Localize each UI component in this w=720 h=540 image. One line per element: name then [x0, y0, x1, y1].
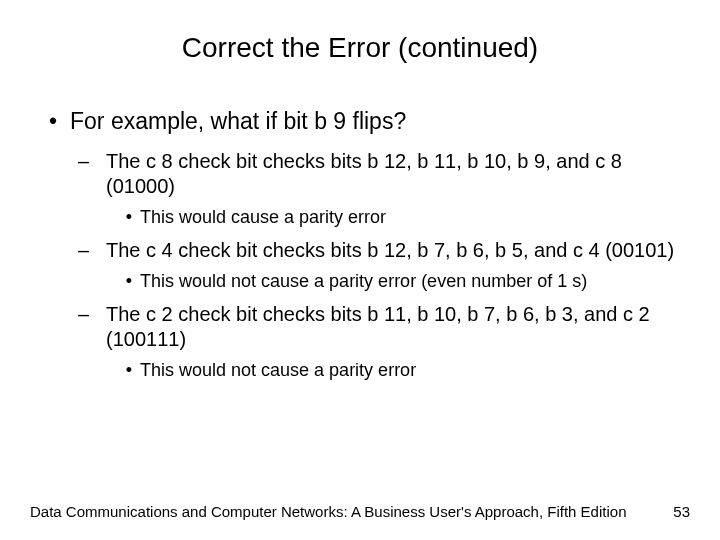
slide-title: Correct the Error (continued) [30, 32, 690, 64]
bullet-level1: • For example, what if bit b 9 flips? [36, 108, 690, 135]
bullet-dash-icon: – [78, 149, 106, 199]
bullet-level2: – The c 2 check bit checks bits b 11, b … [78, 302, 690, 352]
bullet-dash-icon: – [78, 238, 106, 263]
bullet-dot-icon: • [118, 271, 140, 292]
bullet-level2: – The c 8 check bit checks bits b 12, b … [78, 149, 690, 199]
bullet-text: The c 4 check bit checks bits b 12, b 7,… [106, 238, 674, 263]
bullet-level3: • This would not cause a parity error [118, 360, 690, 381]
bullet-text: The c 2 check bit checks bits b 11, b 10… [106, 302, 690, 352]
footer: Data Communications and Computer Network… [30, 503, 690, 520]
bullet-dot-icon: • [36, 108, 70, 135]
bullet-dot-icon: • [118, 360, 140, 381]
page-number: 53 [673, 503, 690, 520]
bullet-text: This would cause a parity error [140, 207, 386, 228]
bullet-text: For example, what if bit b 9 flips? [70, 108, 406, 135]
bullet-level3: • This would cause a parity error [118, 207, 690, 228]
bullet-text: This would not cause a parity error [140, 360, 416, 381]
bullet-dash-icon: – [78, 302, 106, 352]
bullet-level3: • This would not cause a parity error (e… [118, 271, 690, 292]
bullet-dot-icon: • [118, 207, 140, 228]
bullet-text: The c 8 check bit checks bits b 12, b 11… [106, 149, 690, 199]
bullet-level2: – The c 4 check bit checks bits b 12, b … [78, 238, 690, 263]
footer-source: Data Communications and Computer Network… [30, 503, 626, 520]
content-area: • For example, what if bit b 9 flips? – … [30, 108, 690, 381]
bullet-text: This would not cause a parity error (eve… [140, 271, 587, 292]
